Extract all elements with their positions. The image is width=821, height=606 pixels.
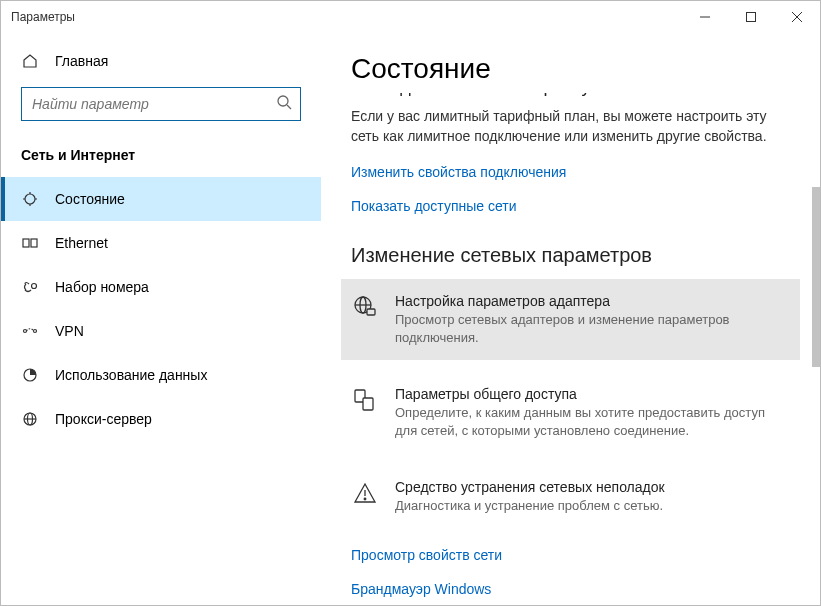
main-panel: Состояние Вы подключены к Интернету Если… [321, 33, 820, 605]
svg-point-13 [32, 284, 37, 289]
intro-text: Если у вас лимитный тарифный план, вы мо… [351, 107, 790, 146]
vpn-icon [21, 323, 39, 339]
sidebar-item-label: Прокси-сервер [55, 411, 152, 427]
sidebar-item-dialup[interactable]: Набор номера [1, 265, 321, 309]
svg-rect-11 [23, 239, 29, 247]
globe-icon [351, 293, 379, 346]
maximize-button[interactable] [728, 1, 774, 33]
data-usage-icon [21, 367, 39, 383]
sidebar-item-label: Набор номера [55, 279, 149, 295]
link-firewall[interactable]: Брандмауэр Windows [351, 581, 790, 597]
sidebar-item-data-usage[interactable]: Использование данных [1, 353, 321, 397]
option-title: Настройка параметров адаптера [395, 293, 790, 309]
sidebar-item-ethernet[interactable]: Ethernet [1, 221, 321, 265]
link-show-available-networks[interactable]: Показать доступные сети [351, 198, 790, 214]
sidebar-item-label: Ethernet [55, 235, 108, 251]
sidebar-item-label: VPN [55, 323, 84, 339]
sidebar-item-label: Состояние [55, 191, 125, 207]
option-desc: Определите, к каким данным вы хотите пре… [395, 404, 790, 439]
search-input[interactable] [21, 87, 301, 121]
option-title: Средство устранения сетевых неполадок [395, 479, 665, 495]
option-sharing-settings[interactable]: Параметры общего доступа Определите, к к… [341, 372, 800, 453]
page-title: Состояние [351, 53, 790, 85]
svg-point-15 [34, 330, 37, 333]
ethernet-icon [21, 235, 39, 251]
window-title: Параметры [11, 10, 75, 24]
svg-rect-12 [31, 239, 37, 247]
titlebar: Параметры [1, 1, 820, 33]
search-icon [276, 94, 292, 114]
cutoff-text: Вы подключены к Интернету [351, 93, 790, 103]
home-label: Главная [55, 53, 108, 69]
link-change-connection-props[interactable]: Изменить свойства подключения [351, 164, 790, 180]
sidebar-item-label: Использование данных [55, 367, 207, 383]
proxy-icon [21, 411, 39, 427]
option-title: Параметры общего доступа [395, 386, 790, 402]
sub-heading: Изменение сетевых параметров [351, 244, 790, 267]
dialup-icon [21, 279, 39, 295]
home-icon [21, 53, 39, 69]
sidebar-item-vpn[interactable]: VPN [1, 309, 321, 353]
option-troubleshoot[interactable]: Средство устранения сетевых неполадок Ди… [341, 465, 800, 529]
option-adapter-settings[interactable]: Настройка параметров адаптера Просмотр с… [341, 279, 800, 360]
scrollbar-thumb[interactable] [812, 187, 820, 367]
minimize-button[interactable] [682, 1, 728, 33]
svg-rect-1 [747, 13, 756, 22]
sharing-icon [351, 386, 379, 439]
svg-point-27 [364, 499, 366, 501]
sidebar: Главная Сеть и Интернет Состояние Ethern… [1, 33, 321, 605]
svg-point-14 [24, 330, 27, 333]
sidebar-item-status[interactable]: Состояние [1, 177, 321, 221]
svg-rect-25 [363, 398, 373, 410]
svg-point-6 [25, 194, 35, 204]
sidebar-section-title: Сеть и Интернет [1, 139, 321, 177]
close-button[interactable] [774, 1, 820, 33]
warning-icon [351, 479, 379, 515]
search-field[interactable] [32, 96, 276, 112]
window-controls [682, 1, 820, 33]
option-desc: Диагностика и устранение проблем с сетью… [395, 497, 665, 515]
link-view-network-props[interactable]: Просмотр свойств сети [351, 547, 790, 563]
svg-line-5 [287, 105, 291, 109]
svg-point-4 [278, 96, 288, 106]
sidebar-item-proxy[interactable]: Прокси-сервер [1, 397, 321, 441]
option-desc: Просмотр сетевых адаптеров и изменение п… [395, 311, 790, 346]
status-icon [21, 191, 39, 207]
svg-rect-23 [367, 309, 375, 315]
home-nav[interactable]: Главная [1, 43, 321, 79]
